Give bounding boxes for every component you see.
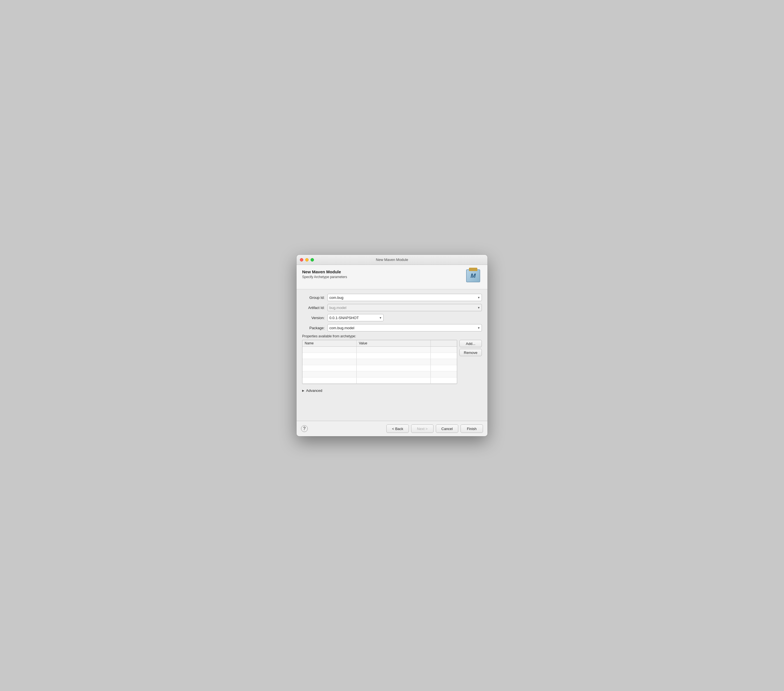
maven-icon-letter: M [471, 272, 476, 279]
maximize-button[interactable] [311, 258, 314, 262]
value-col-header: Value [357, 340, 431, 346]
advanced-row[interactable]: ▶ Advanced [302, 388, 482, 394]
table-buttons: Add... Remove [460, 340, 482, 384]
properties-section: Name Value [302, 340, 482, 384]
maven-icon-box: M [466, 269, 480, 282]
table-cell [357, 359, 431, 365]
artifact-id-wrap: bug.model ▼ [328, 304, 482, 311]
artifact-id-select[interactable]: bug.model [328, 304, 482, 311]
version-select-wrap: 0.0.1-SNAPSHOT ▼ [328, 314, 384, 322]
table-cell [357, 371, 431, 378]
version-label: Version: [302, 316, 328, 320]
table-cell [431, 365, 457, 371]
properties-table-wrap: Name Value [302, 340, 457, 384]
properties-table: Name Value [302, 340, 457, 384]
window-title: New Maven Module [376, 257, 408, 262]
name-col-header: Name [302, 340, 357, 346]
content-area: Group Id: com.bug ▼ Artifact Id: bug.mod… [296, 289, 488, 421]
table-cell [431, 346, 457, 353]
table-row [302, 359, 457, 365]
package-label: Package: [302, 326, 328, 330]
close-button[interactable] [300, 258, 303, 262]
table-cell [302, 365, 357, 371]
package-row: Package: com.bug.model ▼ [302, 324, 482, 331]
back-button[interactable]: < Back [386, 424, 409, 433]
table-cell [431, 359, 457, 365]
group-id-wrap: com.bug ▼ [328, 294, 482, 301]
properties-container: Name Value [302, 340, 482, 384]
package-wrap: com.bug.model ▼ [328, 324, 482, 331]
table-cell [431, 371, 457, 378]
remove-button[interactable]: Remove [460, 349, 482, 356]
table-cell [357, 365, 431, 371]
footer: ? < Back Next > Cancel Finish [296, 421, 488, 436]
version-select[interactable]: 0.0.1-SNAPSHOT [328, 314, 384, 322]
maven-icon: M [466, 269, 482, 285]
table-row [302, 346, 457, 353]
table-row [302, 353, 457, 359]
properties-label: Properties available from archetype: [302, 334, 482, 338]
table-cell [302, 353, 357, 359]
next-button[interactable]: Next > [411, 424, 433, 433]
titlebar: New Maven Module [296, 255, 488, 265]
finish-button[interactable]: Finish [461, 424, 483, 433]
traffic-lights [300, 258, 314, 262]
footer-buttons: < Back Next > Cancel Finish [386, 424, 483, 433]
package-select-wrap: com.bug.model ▼ [328, 324, 482, 331]
table-cell [357, 353, 431, 359]
group-id-label: Group Id: [302, 295, 328, 300]
advanced-label: Advanced [306, 389, 322, 393]
dialog-title: New Maven Module [302, 269, 347, 274]
table-row [302, 371, 457, 378]
table-row [302, 378, 457, 384]
group-id-row: Group Id: com.bug ▼ [302, 294, 482, 301]
package-select[interactable]: com.bug.model [328, 324, 482, 331]
spacer [302, 394, 482, 416]
minimize-button[interactable] [305, 258, 309, 262]
add-button[interactable]: Add... [460, 340, 482, 347]
header-area: New Maven Module Specify Archetype param… [296, 265, 488, 289]
artifact-id-label: Artifact Id: [302, 306, 328, 310]
advanced-triangle-icon: ▶ [302, 389, 305, 392]
help-button[interactable]: ? [301, 425, 308, 432]
artifact-id-row: Artifact Id: bug.model ▼ [302, 304, 482, 311]
table-cell [357, 346, 431, 353]
cancel-button[interactable]: Cancel [436, 424, 458, 433]
group-id-select[interactable]: com.bug [328, 294, 482, 301]
table-cell [302, 378, 357, 384]
extra-col-header [431, 340, 457, 346]
dialog-window: New Maven Module New Maven Module Specif… [296, 255, 488, 436]
table-cell [431, 353, 457, 359]
table-cell [302, 359, 357, 365]
group-id-select-wrap: com.bug ▼ [328, 294, 482, 301]
table-cell [357, 378, 431, 384]
artifact-id-select-wrap: bug.model ▼ [328, 304, 482, 311]
table-row [302, 365, 457, 371]
header-text: New Maven Module Specify Archetype param… [302, 269, 347, 279]
dialog-subtitle: Specify Archetype parameters [302, 275, 347, 279]
table-cell [302, 346, 357, 353]
version-row: Version: 0.0.1-SNAPSHOT ▼ [302, 314, 482, 322]
table-cell [431, 378, 457, 384]
table-cell [302, 371, 357, 378]
